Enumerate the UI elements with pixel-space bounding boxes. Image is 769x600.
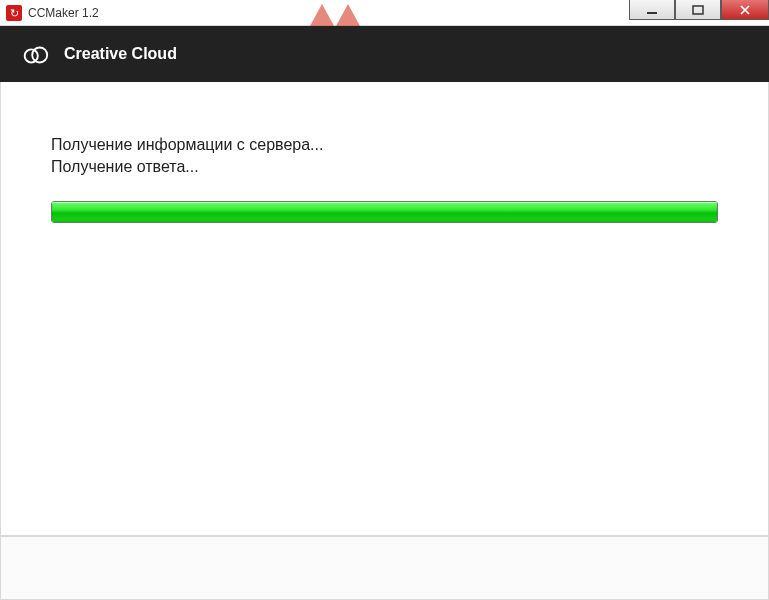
bottom-panel — [0, 536, 769, 600]
status-line-2: Получение ответа... — [51, 156, 718, 178]
window-controls — [629, 0, 769, 20]
progress-bar — [51, 201, 718, 223]
maximize-icon — [692, 4, 704, 16]
titlebar: CCMaker 1.2 — [0, 0, 769, 26]
maximize-button[interactable] — [675, 0, 721, 20]
close-button[interactable] — [721, 0, 769, 20]
minimize-icon — [646, 4, 658, 16]
window-title: CCMaker 1.2 — [28, 6, 99, 20]
titlebar-background-decoration — [300, 0, 360, 26]
svg-point-5 — [32, 47, 47, 62]
creative-cloud-icon — [20, 39, 50, 69]
close-icon — [739, 4, 751, 16]
status-line-1: Получение информации с сервера... — [51, 134, 718, 156]
content-area: Получение информации с сервера... Получе… — [0, 82, 769, 536]
banner-title: Creative Cloud — [64, 45, 177, 63]
banner: Creative Cloud — [0, 26, 769, 82]
svg-rect-1 — [693, 6, 703, 14]
app-icon — [6, 5, 22, 21]
minimize-button[interactable] — [629, 0, 675, 20]
progress-fill — [52, 202, 717, 222]
svg-rect-0 — [647, 12, 657, 14]
